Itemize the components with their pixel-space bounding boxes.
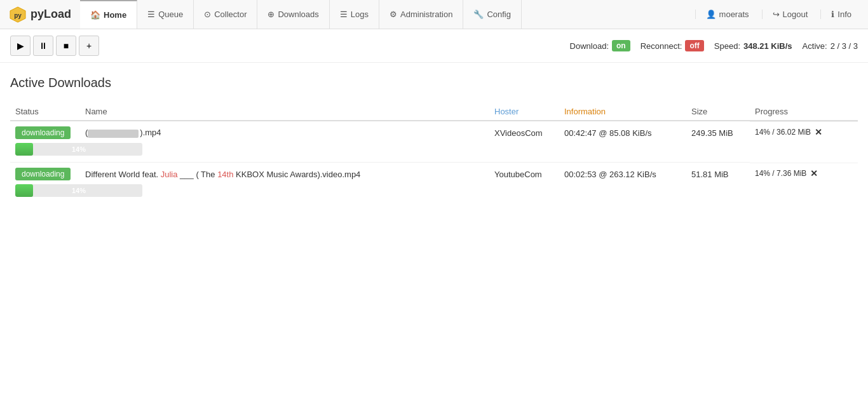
user-icon: 👤 (706, 10, 716, 19)
delete-button[interactable]: ✕ (815, 127, 822, 137)
progress-bar-row: 14% (10, 183, 858, 203)
reconnect-badge: off (685, 40, 703, 51)
hoster: XVideosCom (489, 121, 559, 142)
nav-label-downloads: Downloads (278, 10, 318, 19)
reconnect-status: Reconnect: off (641, 40, 704, 51)
filename-highlight: Julia (161, 170, 178, 179)
nav-label-logout: Logout (783, 10, 808, 19)
nav-item-queue[interactable]: ☰ Queue (137, 0, 194, 29)
nav-item-downloads[interactable]: ⊕ Downloads (257, 0, 329, 29)
header-status: Status (10, 103, 80, 121)
download-label: Download: (570, 41, 609, 51)
play-button[interactable]: ▶ (10, 36, 31, 56)
hoster: YoutubeCom (489, 163, 559, 184)
nav-item-logout[interactable]: ↪ Logout (762, 10, 818, 19)
header-size: Size (686, 103, 750, 121)
collector-icon: ⊙ (204, 10, 211, 19)
administration-icon: ⚙ (390, 10, 397, 19)
speed-status: Speed: 348.21 KiB/s (714, 41, 792, 51)
nav-label-config: Config (487, 10, 511, 19)
progress-bar-fill (15, 143, 33, 156)
progress-bar-container: 14% (15, 184, 142, 197)
downloads-table: Status Name Hoster Information Size Prog… (10, 103, 858, 203)
download-badge: on (612, 40, 630, 51)
active-label: Active: (803, 41, 827, 51)
svg-text:py: py (14, 12, 22, 19)
progress-text: 14% / 7.36 MiB (755, 169, 806, 178)
nav-label-collector: Collector (214, 10, 247, 19)
progress-bar-label: 14% (15, 145, 142, 153)
nav-item-user[interactable]: 👤 moerats (695, 10, 759, 19)
header-name: Name (80, 103, 489, 121)
info-icon: ℹ (831, 10, 834, 19)
nav-item-collector[interactable]: ⊙ Collector (194, 0, 257, 29)
table-body: downloading( ).mp4XVideosCom00:42:47 @ 8… (10, 121, 858, 203)
progress-bar-container: 14% (15, 143, 142, 156)
nav-item-home[interactable]: 🏠 Home (80, 0, 137, 29)
nav-item-info[interactable]: ℹ Info (820, 10, 862, 19)
pause-button[interactable]: ⏸ (33, 36, 53, 56)
progress-bar-cell: 14% (10, 183, 858, 203)
header-progress: Progress (750, 103, 858, 121)
nav-label-info: Info (837, 10, 851, 19)
status-badge: downloading (15, 168, 71, 180)
file-name: ( ).mp4 (80, 121, 489, 142)
progress-bar-label: 14% (15, 187, 142, 194)
file-size: 51.81 MiB (686, 163, 750, 184)
file-name: Different World feat. Julia ___ ( The 14… (80, 163, 489, 184)
filename-text: Different World feat. Julia ___ ( The 14… (85, 170, 360, 179)
toolbar: ▶ ⏸ ■ + Download: on Reconnect: off Spee… (0, 29, 868, 63)
nav-label-home: Home (104, 10, 126, 20)
progress-text: 14% / 36.02 MiB (755, 128, 811, 137)
navbar: py pyLoad 🏠 Home ☰ Queue ⊙ Collector ⊕ D… (0, 0, 868, 29)
config-icon: 🔧 (473, 10, 484, 19)
nav-right: 👤 moerats ↪ Logout ℹ Info (689, 0, 868, 29)
blurred-filename (88, 130, 139, 138)
progress-bar-fill (15, 184, 33, 197)
header-information: Information (559, 103, 686, 121)
table-header: Status Name Hoster Information Size Prog… (10, 103, 858, 121)
downloads-icon: ⊕ (268, 10, 275, 19)
header-hoster: Hoster (489, 103, 559, 121)
nav-label-administration: Administration (400, 10, 452, 19)
stop-button[interactable]: ■ (56, 36, 76, 56)
nav-item-administration[interactable]: ⚙ Administration (379, 0, 463, 29)
nav-label-queue: Queue (158, 10, 183, 19)
speed-label: Speed: (714, 41, 740, 51)
home-icon: 🏠 (90, 10, 100, 20)
nav-items: 🏠 Home ☰ Queue ⊙ Collector ⊕ Downloads ☰… (80, 0, 689, 29)
progress-cell: 14% / 36.02 MiB✕ (750, 121, 858, 140)
progress-bar-row: 14% (10, 142, 858, 163)
brand-logo-link[interactable]: py pyLoad (0, 0, 80, 29)
download-status: Download: on (570, 40, 630, 51)
nav-label-user: moerats (719, 10, 749, 19)
pyload-logo: py (9, 6, 27, 24)
status-badge: downloading (15, 126, 71, 139)
add-button[interactable]: + (79, 36, 99, 56)
table-row: downloading( ).mp4XVideosCom00:42:47 @ 8… (10, 121, 858, 142)
filename-highlight2: 14th (217, 170, 233, 179)
queue-icon: ☰ (147, 10, 155, 19)
reconnect-label: Reconnect: (641, 41, 682, 51)
progress-cell: 14% / 7.36 MiB✕ (750, 163, 858, 181)
logout-icon: ↪ (773, 10, 780, 19)
speed-value: 348.21 KiB/s (743, 41, 792, 51)
brand-name: pyLoad (31, 8, 71, 21)
main-content: Active Downloads Status Name Hoster Info… (0, 63, 868, 216)
progress-bar-cell: 14% (10, 142, 858, 163)
download-info: 00:42:47 @ 85.08 KiB/s (559, 121, 686, 142)
logs-icon: ☰ (340, 10, 348, 19)
nav-item-logs[interactable]: ☰ Logs (330, 0, 379, 29)
download-info: 00:02:53 @ 263.12 KiB/s (559, 163, 686, 184)
table-row: downloadingDifferent World feat. Julia _… (10, 163, 858, 184)
file-size: 249.35 MiB (686, 121, 750, 142)
active-value: 2 / 3 / 3 (831, 41, 858, 51)
status-bar: Download: on Reconnect: off Speed: 348.2… (570, 40, 858, 51)
nav-label-logs: Logs (351, 10, 369, 19)
active-status: Active: 2 / 3 / 3 (803, 41, 858, 51)
nav-item-config[interactable]: 🔧 Config (463, 0, 522, 29)
page-title: Active Downloads (10, 76, 858, 90)
filename-suffix: ).mp4 (140, 128, 161, 137)
delete-button[interactable]: ✕ (810, 168, 818, 178)
